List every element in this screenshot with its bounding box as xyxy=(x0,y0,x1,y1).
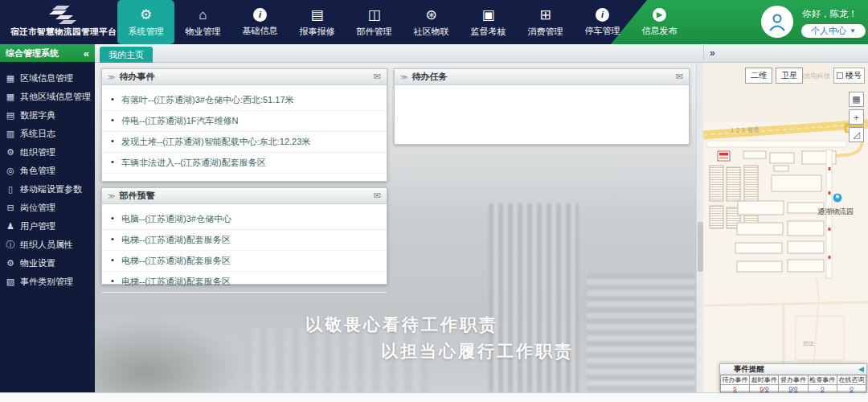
send-icon: ▶ xyxy=(653,8,666,22)
sidebar-item-organization[interactable]: ⚙ 组织管理 xyxy=(0,143,95,162)
list-item[interactable]: 发现土堆--(江苏通湖)智能配载中心:东北:12.23米 xyxy=(102,132,387,153)
chevron-down-icon: ▼ xyxy=(850,27,856,35)
online-count-link[interactable]: 0 xyxy=(850,385,853,392)
grid-icon: ▦ xyxy=(5,73,16,84)
nav-item-parking-management[interactable]: i 停车管理 xyxy=(574,0,631,44)
top-navbar: 宿迁市智慧物流园管理平台 ⚙ 系统管理 ⌂ 物业管理 i 基础信息 ▤ 报事报修… xyxy=(0,0,868,44)
event-reminder-header: 事件提醒 ◀ xyxy=(720,364,866,375)
poi-marker[interactable] xyxy=(833,194,842,203)
collapse-sidebar-icon[interactable]: « xyxy=(84,47,89,59)
locate-tool-icon[interactable]: + xyxy=(849,109,864,125)
mail-icon[interactable]: ✉ xyxy=(676,72,683,82)
list-item[interactable]: 电脑--(江苏通湖)3#仓储中心 xyxy=(102,209,387,230)
nav-item-supervision-assessment[interactable]: ▣ 监督考核 xyxy=(460,0,517,44)
iot-hub-icon: ⊛ xyxy=(425,7,436,23)
list-item[interactable]: 电梯--(江苏通湖)配套服务区 xyxy=(102,251,387,272)
app-logo: 宿迁市智慧物流园管理平台 xyxy=(6,4,121,38)
footer-bar xyxy=(0,392,868,402)
sidebar-item-mobile-params[interactable]: ▯ 移动端设置参数 xyxy=(0,180,95,199)
checkbox-icon xyxy=(837,72,843,79)
sidebar-item-property-settings[interactable]: ⚙ 物业设置 xyxy=(0,254,95,273)
panel-header: ≫ 部件预警 ✉ xyxy=(102,188,387,204)
main-nav: ⚙ 系统管理 ⌂ 物业管理 i 基础信息 ▤ 报事报修 ◫ 部件管理 ⊛ 社区物… xyxy=(117,0,688,44)
double-arrow-icon: ≫ xyxy=(108,192,115,200)
nav-item-info-publish[interactable]: ▶ 信息发布 xyxy=(631,0,688,44)
mail-icon[interactable]: ✉ xyxy=(374,72,381,82)
nav-item-repair-report[interactable]: ▤ 报事报修 xyxy=(289,0,346,44)
supervise-count-cell: 0/0 xyxy=(779,385,808,393)
nav-item-basic-info[interactable]: i 基础信息 xyxy=(231,0,289,44)
nav-item-system-management[interactable]: ⚙ 系统管理 xyxy=(117,0,174,44)
event-reminder-title: 事件提醒 xyxy=(723,364,858,375)
profile-center-button[interactable]: 个人中心 ▼ xyxy=(801,24,866,38)
event-reminder-table: 待办事件 超时事件 督办事件 检查事件 在线咨询 6 6/0 0/0 xyxy=(720,375,866,393)
measure-tool-icon[interactable]: ◿ xyxy=(849,127,864,142)
collapse-left-icon[interactable]: ◀ xyxy=(858,365,864,373)
nav-item-property-management[interactable]: ⌂ 物业管理 xyxy=(174,0,231,44)
building-tool-icon[interactable]: ▦ xyxy=(849,92,864,107)
gear-icon: ⚙ xyxy=(5,258,16,269)
list-item[interactable]: 有落叶--(江苏通湖)3#仓储中心:西北:51.17米 xyxy=(102,90,387,111)
role-icon: ◎ xyxy=(5,166,16,176)
sidebar-item-org-person-attr[interactable]: ⓘ 组织人员属性 xyxy=(0,236,95,254)
sidebar-item-user[interactable]: ♟ 用户管理 xyxy=(0,217,95,236)
sidebar-item-role[interactable]: ◎ 角色管理 xyxy=(0,162,95,180)
poi-label: 通湖物流园 xyxy=(817,207,854,215)
inspect-count-cell: 0 xyxy=(808,385,837,393)
sidebar-item-other-region-info[interactable]: ▦ 其他区域信息管理 xyxy=(0,88,95,106)
component-alerts-list: 电脑--(江苏通湖)3#仓储中心 电梯--(江苏通湖)配套服务区 电梯--(江苏… xyxy=(102,209,387,293)
todo-events-list: 有落叶--(江苏通湖)3#仓储中心:西北:51.17米 停电--(江苏通湖)1F… xyxy=(102,90,387,174)
expand-panel-icon[interactable]: » xyxy=(710,47,715,59)
nav-item-component-management[interactable]: ◫ 部件管理 xyxy=(346,0,403,44)
column-header: 检查事件 xyxy=(808,375,837,385)
overtime-count-link[interactable]: 0 xyxy=(765,385,768,392)
avatar[interactable] xyxy=(761,6,793,38)
vertical-scrollbar[interactable] xyxy=(696,63,703,392)
app-window: 宿迁市智慧物流园管理平台 ⚙ 系统管理 ⌂ 物业管理 i 基础信息 ▤ 报事报修… xyxy=(0,0,868,402)
app-title: 宿迁市智慧物流园管理平台 xyxy=(6,27,121,38)
briefcase-icon: ⊟ xyxy=(5,203,16,213)
browser-icon: ⊞ xyxy=(539,7,551,23)
panel-title: 待办事件 xyxy=(119,71,373,83)
building-number-checkbox[interactable]: 楼号 xyxy=(833,68,865,84)
book-icon: ▤ xyxy=(5,110,16,121)
sidebar-item-position[interactable]: ⊟ 岗位管理 xyxy=(0,199,95,217)
list-item[interactable]: 电梯--(江苏通湖)配套服务区 xyxy=(102,272,387,293)
nav-item-consumption-management[interactable]: ⊞ 消费管理 xyxy=(517,0,574,44)
panel-todo-events: ≫ 待办事件 ✉ 有落叶--(江苏通湖)3#仓储中心:西北:51.17米 停电-… xyxy=(101,68,387,182)
pending-count-cell: 6 xyxy=(721,385,750,393)
inspect-count-link[interactable]: 0 xyxy=(821,385,824,392)
map-label-village: 邱庄 xyxy=(803,341,814,347)
elevator-icon: ◫ xyxy=(367,7,380,23)
sidebar-item-event-category[interactable]: ▧ 事件类别管理 xyxy=(0,273,95,291)
user-icon xyxy=(767,11,788,32)
category-icon: ▧ xyxy=(5,277,16,287)
map-mode-buttons: 二维 卫星 xyxy=(745,68,803,84)
nav-item-community-iot[interactable]: ⊛ 社区物联 xyxy=(403,0,460,44)
info-icon: ⓘ xyxy=(5,239,16,251)
map-satellite-button[interactable]: 卫星 xyxy=(776,68,803,84)
list-item[interactable]: 电梯--(江苏通湖)配套服务区 xyxy=(102,230,387,251)
list-item[interactable]: 车辆非法进入--(江苏通湖)配套服务区 xyxy=(102,153,387,174)
site-plan-map: 源光电科技 1 2 3 省道 S325 xyxy=(703,63,868,392)
tab-my-home[interactable]: 我的主页 xyxy=(100,47,153,63)
profile-label: 个人中心 xyxy=(811,25,846,37)
monitor-icon: ▣ xyxy=(481,7,494,23)
sidebar-item-system-log[interactable]: ▥ 系统日志 xyxy=(0,125,95,143)
gear-icon: ⚙ xyxy=(140,7,152,23)
pending-count-link[interactable]: 6 xyxy=(733,385,736,392)
supervise-count-link[interactable]: 0 xyxy=(794,385,797,392)
tab-bar: 我的主页 xyxy=(95,44,703,63)
map-panel[interactable]: 源光电科技 1 2 3 省道 S325 xyxy=(703,63,868,392)
panel-component-alerts: ≫ 部件预警 ✉ 电脑--(江苏通湖)3#仓储中心 电梯--(江苏通湖)配套服务… xyxy=(101,187,387,285)
mail-icon[interactable]: ✉ xyxy=(374,191,381,201)
main-content: ≫ 待办事件 ✉ 有落叶--(江苏通湖)3#仓储中心:西北:51.17米 停电-… xyxy=(95,63,703,392)
sidebar-item-data-dictionary[interactable]: ▤ 数据字典 xyxy=(0,106,95,125)
map-road-label: 1 2 3 省道 xyxy=(731,126,760,134)
list-item[interactable]: 停电--(江苏通湖)1F汽车维修N xyxy=(102,111,387,132)
sidebar-item-region-info[interactable]: ▦ 区域信息管理 xyxy=(0,69,95,88)
map-2d-button[interactable]: 二维 xyxy=(745,68,772,84)
home-icon: ⌂ xyxy=(199,7,207,23)
log-icon: ▥ xyxy=(5,129,16,139)
scrollbar-thumb[interactable] xyxy=(698,222,703,272)
